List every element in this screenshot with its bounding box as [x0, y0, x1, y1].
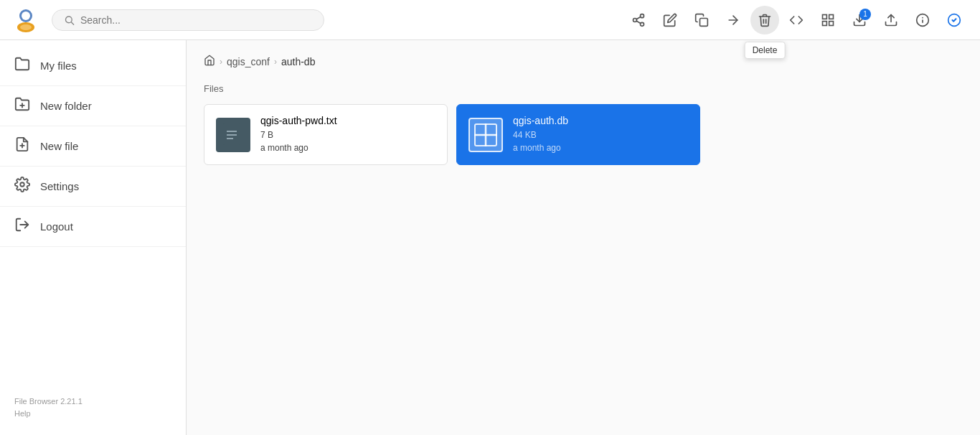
breadcrumb-qgis-conf[interactable]: qgis_conf — [227, 56, 270, 67]
file-info-txt: qgis-auth-pwd.txt 7 B a month ago — [260, 115, 435, 154]
svg-line-5 — [71, 22, 73, 24]
share-button[interactable] — [624, 6, 653, 34]
breadcrumb-auth-db[interactable]: auth-db — [281, 56, 315, 67]
upload-button[interactable] — [877, 6, 905, 34]
logout-icon — [14, 217, 30, 236]
svg-line-10 — [636, 17, 641, 19]
download-button[interactable]: 1 — [845, 6, 874, 34]
move-icon — [726, 13, 740, 27]
file-meta-txt: 7 B a month ago — [260, 128, 435, 154]
file-size-db: 44 KB — [513, 130, 537, 140]
svg-rect-14 — [829, 14, 834, 19]
svg-point-3 — [20, 24, 32, 30]
sidebar-item-newfile[interactable]: New file — [0, 126, 186, 167]
share-icon — [631, 13, 646, 27]
file-name-txt: qgis-auth-pwd.txt — [260, 115, 435, 126]
file-modified-db: a month ago — [513, 143, 561, 153]
svg-rect-13 — [823, 14, 827, 19]
edit-button[interactable] — [656, 6, 684, 34]
sidebar-item-myfiles[interactable]: My files — [0, 46, 186, 86]
file-info-db: qgis-auth.db 44 KB a month ago — [513, 115, 688, 154]
info-icon — [915, 13, 930, 27]
svg-point-27 — [20, 182, 24, 187]
breadcrumb-sep-2: › — [274, 57, 277, 67]
sidebar-item-label: New file — [40, 140, 78, 152]
check-button[interactable] — [940, 6, 969, 34]
add-file-icon — [14, 136, 30, 156]
svg-rect-16 — [829, 21, 834, 25]
header-actions: Delete 1 — [624, 6, 969, 34]
delete-button[interactable] — [750, 6, 779, 34]
settings-icon — [14, 177, 30, 196]
file-icon-txt — [216, 118, 250, 152]
info-button[interactable] — [908, 6, 937, 34]
code-button[interactable] — [782, 6, 811, 34]
upload-icon — [884, 13, 898, 27]
search-input[interactable] — [80, 14, 312, 26]
file-meta-db: 44 KB a month ago — [513, 128, 688, 154]
sidebar-item-logout[interactable]: Logout — [0, 207, 186, 247]
file-card-db[interactable]: qgis-auth.db 44 KB a month ago — [456, 104, 700, 165]
sidebar-item-label: My files — [40, 60, 77, 72]
svg-point-1 — [22, 11, 30, 20]
sidebar-footer: File Browser 2.21.1 Help — [0, 387, 186, 429]
file-modified-txt: a month ago — [260, 143, 308, 153]
copy-icon — [694, 13, 709, 27]
main-layout: My files New folder New file — [0, 40, 980, 435]
file-icon-db — [468, 118, 503, 152]
version-text: File Browser 2.21.1 — [14, 396, 171, 408]
add-folder-icon — [14, 96, 30, 116]
sidebar-item-label: New folder — [40, 100, 92, 112]
grid-button[interactable] — [814, 6, 842, 34]
app-logo — [11, 6, 40, 34]
file-card-txt[interactable]: qgis-auth-pwd.txt 7 B a month ago — [204, 104, 448, 165]
sidebar-item-settings[interactable]: Settings — [0, 167, 186, 207]
home-icon[interactable] — [204, 55, 215, 69]
search-icon — [64, 14, 75, 26]
download-badge: 1 — [859, 9, 871, 20]
content: › qgis_conf › auth-db Files qg — [187, 40, 980, 435]
check-icon — [947, 13, 961, 27]
help-link[interactable]: Help — [14, 409, 31, 418]
trash-icon — [758, 13, 772, 27]
svg-line-9 — [636, 21, 641, 23]
grid-icon — [821, 13, 835, 27]
sidebar-item-label: Logout — [40, 220, 73, 233]
breadcrumb: › qgis_conf › auth-db — [204, 55, 963, 69]
delete-button-container: Delete — [750, 6, 779, 34]
header: Delete 1 — [0, 0, 980, 40]
svg-rect-11 — [700, 18, 708, 26]
copy-button[interactable] — [687, 6, 716, 34]
file-name-db: qgis-auth.db — [513, 115, 688, 126]
pencil-icon — [663, 13, 677, 27]
files-grid: qgis-auth-pwd.txt 7 B a month ago — [204, 104, 963, 165]
search-bar — [52, 9, 324, 31]
folder-icon — [14, 56, 30, 75]
sidebar-item-newfolder[interactable]: New folder — [0, 86, 186, 126]
file-size-txt: 7 B — [260, 130, 273, 140]
sidebar-item-label: Settings — [40, 180, 79, 192]
svg-rect-15 — [823, 21, 827, 25]
files-section-label: Files — [204, 83, 963, 94]
sidebar: My files New folder New file — [0, 40, 187, 435]
code-icon — [789, 13, 804, 27]
breadcrumb-sep-1: › — [220, 57, 222, 67]
move-button[interactable] — [719, 6, 748, 34]
